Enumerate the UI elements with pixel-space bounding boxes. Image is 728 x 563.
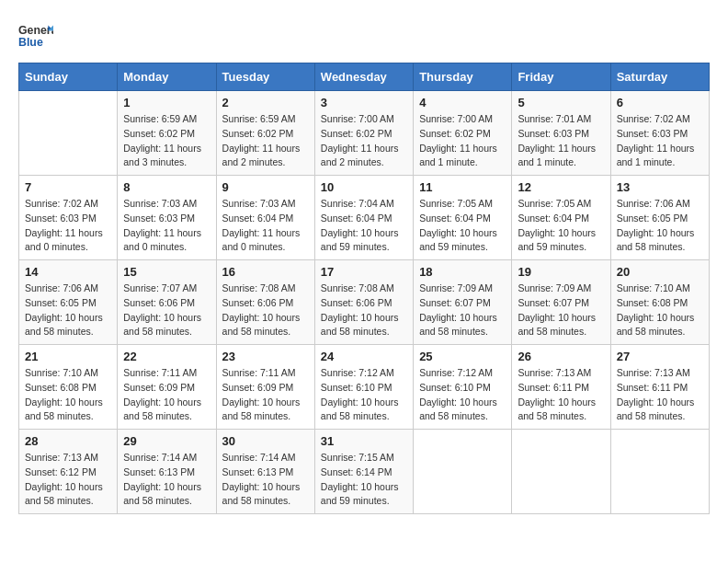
calendar-cell: 11Sunrise: 7:05 AM Sunset: 6:04 PM Dayli… <box>414 176 512 260</box>
calendar-cell: 24Sunrise: 7:12 AM Sunset: 6:10 PM Dayli… <box>314 345 413 430</box>
day-info: Sunrise: 7:12 AM Sunset: 6:10 PM Dayligh… <box>321 366 407 424</box>
day-info: Sunrise: 7:10 AM Sunset: 6:08 PM Dayligh… <box>25 366 111 424</box>
day-info: Sunrise: 7:06 AM Sunset: 6:05 PM Dayligh… <box>617 197 703 255</box>
calendar-cell: 6Sunrise: 7:02 AM Sunset: 6:03 PM Daylig… <box>610 91 709 176</box>
calendar-cell: 23Sunrise: 7:11 AM Sunset: 6:09 PM Dayli… <box>216 345 314 430</box>
day-number: 11 <box>419 180 506 194</box>
day-number: 28 <box>25 434 111 448</box>
day-number: 30 <box>222 434 309 448</box>
weekday-header-monday: Monday <box>118 63 216 91</box>
logo: General Blue <box>18 18 57 53</box>
calendar-cell: 9Sunrise: 7:03 AM Sunset: 6:04 PM Daylig… <box>216 176 314 260</box>
day-info: Sunrise: 7:00 AM Sunset: 6:02 PM Dayligh… <box>419 112 506 170</box>
day-number: 9 <box>222 180 309 194</box>
day-info: Sunrise: 7:10 AM Sunset: 6:08 PM Dayligh… <box>617 282 703 339</box>
day-number: 17 <box>321 265 407 279</box>
day-info: Sunrise: 7:14 AM Sunset: 6:13 PM Dayligh… <box>222 451 309 509</box>
weekday-header-friday: Friday <box>512 63 610 91</box>
calendar-cell <box>414 430 512 514</box>
calendar-cell: 18Sunrise: 7:09 AM Sunset: 6:07 PM Dayli… <box>414 260 512 345</box>
calendar-cell: 4Sunrise: 7:00 AM Sunset: 6:02 PM Daylig… <box>414 91 512 176</box>
calendar-cell: 25Sunrise: 7:12 AM Sunset: 6:10 PM Dayli… <box>414 345 512 430</box>
svg-text:Blue: Blue <box>18 36 43 49</box>
weekday-header-saturday: Saturday <box>610 63 709 91</box>
calendar-week-row: 14Sunrise: 7:06 AM Sunset: 6:05 PM Dayli… <box>19 260 710 345</box>
calendar-cell: 15Sunrise: 7:07 AM Sunset: 6:06 PM Dayli… <box>118 260 216 345</box>
calendar-table: SundayMondayTuesdayWednesdayThursdayFrid… <box>18 63 710 514</box>
calendar-cell: 5Sunrise: 7:01 AM Sunset: 6:03 PM Daylig… <box>512 91 610 176</box>
day-number: 23 <box>222 350 309 363</box>
calendar-cell: 30Sunrise: 7:14 AM Sunset: 6:13 PM Dayli… <box>216 430 314 514</box>
day-number: 31 <box>321 434 407 448</box>
logo-icon: General Blue <box>18 18 53 53</box>
calendar-cell: 3Sunrise: 7:00 AM Sunset: 6:02 PM Daylig… <box>314 91 413 176</box>
day-info: Sunrise: 7:05 AM Sunset: 6:04 PM Dayligh… <box>518 197 604 255</box>
day-info: Sunrise: 7:00 AM Sunset: 6:02 PM Dayligh… <box>321 112 407 170</box>
calendar-cell: 19Sunrise: 7:09 AM Sunset: 6:07 PM Dayli… <box>512 260 610 345</box>
day-number: 12 <box>518 180 604 194</box>
day-info: Sunrise: 7:14 AM Sunset: 6:13 PM Dayligh… <box>123 451 210 509</box>
calendar-cell: 8Sunrise: 7:03 AM Sunset: 6:03 PM Daylig… <box>118 176 216 260</box>
day-number: 15 <box>123 265 210 279</box>
calendar-cell: 12Sunrise: 7:05 AM Sunset: 6:04 PM Dayli… <box>512 176 610 260</box>
day-number: 18 <box>419 265 506 279</box>
day-number: 3 <box>321 96 407 109</box>
day-info: Sunrise: 7:13 AM Sunset: 6:11 PM Dayligh… <box>518 366 604 424</box>
calendar-cell: 1Sunrise: 6:59 AM Sunset: 6:02 PM Daylig… <box>118 91 216 176</box>
weekday-header-row: SundayMondayTuesdayWednesdayThursdayFrid… <box>19 63 710 91</box>
page-header: General Blue <box>18 18 710 53</box>
calendar-week-row: 21Sunrise: 7:10 AM Sunset: 6:08 PM Dayli… <box>19 345 710 430</box>
day-number: 13 <box>617 180 703 194</box>
day-info: Sunrise: 7:13 AM Sunset: 6:11 PM Dayligh… <box>617 366 703 424</box>
day-number: 26 <box>518 350 604 363</box>
day-info: Sunrise: 7:07 AM Sunset: 6:06 PM Dayligh… <box>123 282 210 339</box>
day-info: Sunrise: 7:06 AM Sunset: 6:05 PM Dayligh… <box>25 282 111 339</box>
day-info: Sunrise: 7:09 AM Sunset: 6:07 PM Dayligh… <box>419 282 506 339</box>
day-info: Sunrise: 7:03 AM Sunset: 6:04 PM Dayligh… <box>222 197 309 255</box>
calendar-cell <box>512 430 610 514</box>
weekday-header-thursday: Thursday <box>414 63 512 91</box>
day-info: Sunrise: 7:02 AM Sunset: 6:03 PM Dayligh… <box>25 197 111 255</box>
day-number: 4 <box>419 96 506 109</box>
calendar-cell <box>610 430 709 514</box>
calendar-cell: 17Sunrise: 7:08 AM Sunset: 6:06 PM Dayli… <box>314 260 413 345</box>
day-number: 22 <box>123 350 210 363</box>
calendar-cell: 28Sunrise: 7:13 AM Sunset: 6:12 PM Dayli… <box>19 430 118 514</box>
weekday-header-sunday: Sunday <box>19 63 118 91</box>
day-number: 29 <box>123 434 210 448</box>
day-info: Sunrise: 7:12 AM Sunset: 6:10 PM Dayligh… <box>419 366 506 424</box>
day-number: 10 <box>321 180 407 194</box>
day-info: Sunrise: 7:01 AM Sunset: 6:03 PM Dayligh… <box>518 112 604 170</box>
day-info: Sunrise: 7:05 AM Sunset: 6:04 PM Dayligh… <box>419 197 506 255</box>
day-info: Sunrise: 7:11 AM Sunset: 6:09 PM Dayligh… <box>123 366 210 424</box>
calendar-cell: 27Sunrise: 7:13 AM Sunset: 6:11 PM Dayli… <box>610 345 709 430</box>
day-number: 5 <box>518 96 604 109</box>
day-number: 8 <box>123 180 210 194</box>
day-info: Sunrise: 7:04 AM Sunset: 6:04 PM Dayligh… <box>321 197 407 255</box>
calendar-cell: 31Sunrise: 7:15 AM Sunset: 6:14 PM Dayli… <box>314 430 413 514</box>
day-info: Sunrise: 6:59 AM Sunset: 6:02 PM Dayligh… <box>123 112 210 170</box>
weekday-header-wednesday: Wednesday <box>314 63 413 91</box>
calendar-cell: 21Sunrise: 7:10 AM Sunset: 6:08 PM Dayli… <box>19 345 118 430</box>
calendar-cell: 22Sunrise: 7:11 AM Sunset: 6:09 PM Dayli… <box>118 345 216 430</box>
day-number: 25 <box>419 350 506 363</box>
day-number: 27 <box>617 350 703 363</box>
calendar-cell: 26Sunrise: 7:13 AM Sunset: 6:11 PM Dayli… <box>512 345 610 430</box>
day-number: 6 <box>617 96 703 109</box>
calendar-cell: 7Sunrise: 7:02 AM Sunset: 6:03 PM Daylig… <box>19 176 118 260</box>
calendar-cell: 13Sunrise: 7:06 AM Sunset: 6:05 PM Dayli… <box>610 176 709 260</box>
calendar-cell: 29Sunrise: 7:14 AM Sunset: 6:13 PM Dayli… <box>118 430 216 514</box>
calendar-cell: 2Sunrise: 6:59 AM Sunset: 6:02 PM Daylig… <box>216 91 314 176</box>
calendar-cell: 16Sunrise: 7:08 AM Sunset: 6:06 PM Dayli… <box>216 260 314 345</box>
calendar-week-row: 28Sunrise: 7:13 AM Sunset: 6:12 PM Dayli… <box>19 430 710 514</box>
calendar-cell: 14Sunrise: 7:06 AM Sunset: 6:05 PM Dayli… <box>19 260 118 345</box>
calendar-cell <box>19 91 118 176</box>
day-number: 16 <box>222 265 309 279</box>
calendar-week-row: 7Sunrise: 7:02 AM Sunset: 6:03 PM Daylig… <box>19 176 710 260</box>
day-info: Sunrise: 7:08 AM Sunset: 6:06 PM Dayligh… <box>222 282 309 339</box>
day-info: Sunrise: 7:11 AM Sunset: 6:09 PM Dayligh… <box>222 366 309 424</box>
calendar-cell: 20Sunrise: 7:10 AM Sunset: 6:08 PM Dayli… <box>610 260 709 345</box>
day-info: Sunrise: 7:15 AM Sunset: 6:14 PM Dayligh… <box>321 451 407 509</box>
day-info: Sunrise: 7:02 AM Sunset: 6:03 PM Dayligh… <box>617 112 703 170</box>
day-number: 21 <box>25 350 111 363</box>
